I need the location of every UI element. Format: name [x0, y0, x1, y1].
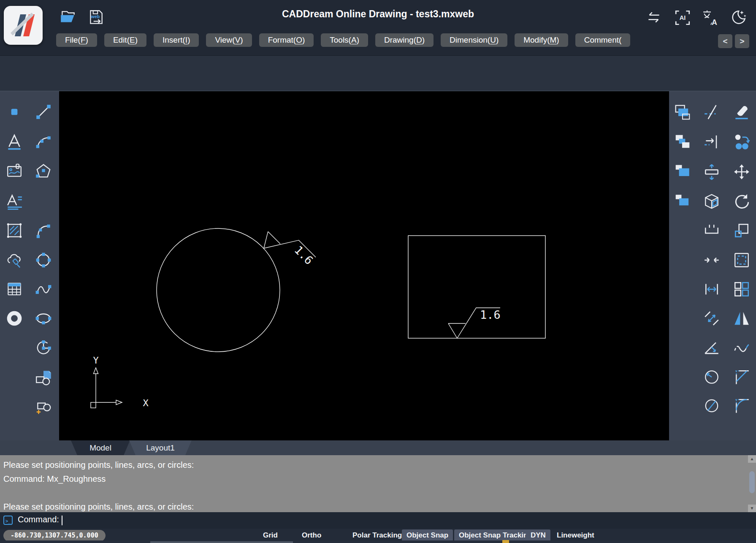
image-button[interactable]: [5, 162, 24, 180]
menu-file[interactable]: File(F): [56, 33, 97, 47]
box-3d-icon: [703, 193, 721, 210]
select-region-icon: [733, 251, 751, 269]
scrollbar-thumb[interactable]: [749, 471, 755, 493]
text-button[interactable]: [5, 133, 24, 151]
copy-button[interactable]: [673, 103, 692, 122]
circle-button[interactable]: [34, 251, 53, 269]
translate-button[interactable]: A: [701, 8, 721, 27]
paste-button[interactable]: [673, 163, 692, 181]
circle-icon: [35, 251, 52, 269]
angle-button[interactable]: [702, 339, 721, 357]
array-icon: [733, 280, 751, 298]
status-polar-tracking[interactable]: Polar Tracking: [348, 529, 406, 541]
extend-button[interactable]: [702, 133, 721, 151]
rotate-button[interactable]: [732, 192, 751, 211]
move-button[interactable]: [732, 163, 751, 181]
chamfer-button[interactable]: [732, 368, 751, 386]
revision-cloud-button[interactable]: [5, 251, 24, 269]
drawing-circle[interactable]: [157, 228, 280, 352]
radius-button[interactable]: [702, 368, 721, 386]
menu-back-button[interactable]: <: [718, 34, 732, 48]
block-insert-button[interactable]: [34, 369, 53, 387]
menu-dimension[interactable]: Dimension(U): [441, 33, 507, 47]
roughness-symbol-circle[interactable]: 1.6: [257, 220, 316, 279]
menu-drawing[interactable]: Drawing(D): [375, 33, 434, 47]
sync-button[interactable]: [644, 8, 664, 27]
donut-button[interactable]: [5, 309, 24, 328]
polygon-button[interactable]: [34, 162, 53, 180]
open-file-button[interactable]: [58, 8, 78, 27]
line-button[interactable]: [34, 103, 53, 121]
spline-edit-button[interactable]: [732, 339, 751, 357]
status-object-snap[interactable]: Object Snap: [402, 529, 453, 541]
menu-forward-button[interactable]: >: [735, 34, 749, 48]
fillet-button[interactable]: [732, 396, 751, 415]
array-button[interactable]: [732, 280, 751, 299]
scrollbar-down-button[interactable]: ▼: [748, 505, 756, 512]
tab-model[interactable]: Model: [71, 440, 130, 455]
join-button[interactable]: [702, 251, 721, 269]
mirror-button[interactable]: [732, 309, 751, 328]
trim-button[interactable]: [702, 103, 721, 122]
scrollbar-up-button[interactable]: ▲: [748, 455, 756, 463]
menu-insert[interactable]: Insert(I): [154, 33, 199, 47]
join-icon: [703, 251, 721, 269]
menu-format[interactable]: Format(O): [259, 33, 314, 47]
break-button[interactable]: [702, 221, 721, 240]
paste-block-button[interactable]: [673, 192, 692, 211]
sync-icon: [645, 9, 663, 27]
divide-button[interactable]: [732, 133, 751, 151]
spline-button[interactable]: [34, 280, 53, 298]
command-input-bar[interactable]: >_ Command:: [0, 512, 756, 529]
rotate-icon: [733, 193, 751, 210]
image-icon: [5, 162, 23, 180]
drawing-canvas[interactable]: 1.6 1.6 Y X: [59, 91, 669, 441]
roughness-value-rect: 1.6: [480, 308, 501, 321]
menu-view[interactable]: View(V): [206, 33, 252, 47]
arc-button[interactable]: [34, 133, 53, 151]
distance-button[interactable]: [702, 280, 721, 299]
radius-icon: [703, 368, 721, 386]
diameter-button[interactable]: [702, 396, 721, 415]
ellipse-button[interactable]: [34, 309, 53, 328]
distance-icon: [703, 280, 721, 298]
select-region-button[interactable]: [732, 251, 751, 269]
hatch-button[interactable]: [5, 221, 24, 240]
mtext-button[interactable]: [5, 192, 24, 210]
open-file-icon: [59, 8, 77, 26]
offset-button[interactable]: [702, 309, 721, 328]
stretch-button[interactable]: [702, 163, 721, 181]
menu-edit[interactable]: Edit(E): [104, 33, 146, 47]
status-dyn[interactable]: DYN: [526, 529, 550, 541]
roughness-symbol-rect[interactable]: 1.6: [448, 308, 501, 338]
polyline-button[interactable]: [34, 221, 53, 240]
night-mode-button[interactable]: [729, 8, 748, 27]
ai-tools-button[interactable]: AI: [673, 8, 692, 27]
box-3d-button[interactable]: [702, 192, 721, 211]
block-create-button[interactable]: [34, 397, 53, 416]
app-logo[interactable]: [4, 6, 43, 45]
extend-icon: [703, 133, 721, 151]
menu-modify[interactable]: Modify(M): [515, 33, 568, 47]
save-web-button[interactable]: web: [86, 8, 106, 27]
arc-sector-button[interactable]: [34, 339, 53, 357]
erase-button[interactable]: [732, 103, 751, 122]
status-ortho[interactable]: Ortho: [297, 529, 326, 541]
block-insert-icon: [35, 369, 52, 387]
drawing-rectangle[interactable]: [408, 236, 545, 338]
window-title: CADDream Online Drawing - test3.mxweb: [282, 8, 474, 20]
erase-icon: [733, 103, 751, 121]
rectangle-button[interactable]: [34, 192, 53, 210]
scale-button[interactable]: [732, 221, 751, 240]
point-button[interactable]: [5, 103, 24, 121]
spline-icon: [35, 280, 52, 298]
table-button[interactable]: [5, 280, 24, 298]
status-object-snap-tracking[interactable]: Object Snap Tracking: [454, 529, 537, 541]
status-lineweight[interactable]: Lineweight: [552, 529, 599, 541]
menu-comment[interactable]: Comment(: [575, 33, 631, 47]
arc-icon: [35, 133, 52, 151]
tab-layout1[interactable]: Layout1: [129, 440, 192, 455]
status-grid[interactable]: Grid: [258, 529, 282, 541]
copy-stack-button[interactable]: [673, 133, 692, 151]
menu-tools[interactable]: Tools(A): [321, 33, 368, 47]
